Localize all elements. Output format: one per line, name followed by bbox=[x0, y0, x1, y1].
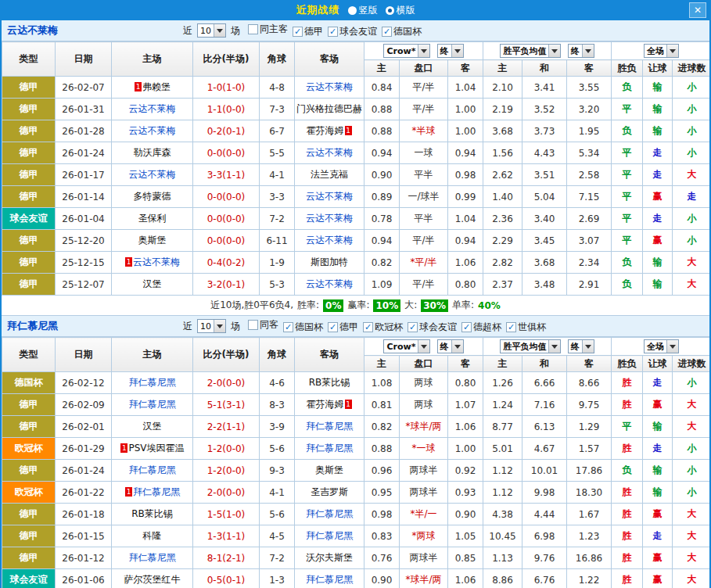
checkbox-box[interactable]: ✓ bbox=[382, 27, 392, 37]
layout-radio-horizontal[interactable]: 横版 bbox=[386, 4, 415, 17]
team-link[interactable]: 拜仁慕尼黑 bbox=[129, 399, 176, 410]
team-link[interactable]: 拜仁慕尼黑 bbox=[306, 443, 353, 454]
bookmaker-select[interactable]: Crow* bbox=[383, 339, 430, 353]
filter-checkbox[interactable]: ✓德国杯 bbox=[382, 25, 422, 38]
team-link[interactable]: 拜仁慕尼黑 bbox=[129, 377, 176, 388]
away-team-cell[interactable]: 圣吉罗斯 bbox=[295, 482, 364, 504]
team-link[interactable]: 弗赖堡 bbox=[142, 81, 171, 92]
away-team-cell[interactable]: 拜仁慕尼黑 bbox=[295, 569, 364, 588]
filter-checkbox[interactable]: 同客 bbox=[248, 318, 278, 332]
team-link[interactable]: 奥斯堡 bbox=[315, 464, 343, 475]
team-link[interactable]: 门兴格拉德巴赫 bbox=[296, 103, 362, 114]
match-count-select[interactable]: 10 bbox=[197, 319, 226, 333]
team-link[interactable]: 法兰克福 bbox=[311, 169, 348, 180]
final-odds-select[interactable]: 终 bbox=[437, 339, 464, 353]
home-team-cell[interactable]: 1PSV埃因霍温 bbox=[112, 438, 193, 460]
fulltime-select[interactable]: 全场 bbox=[644, 44, 679, 58]
team-link[interactable]: 圣保利 bbox=[138, 213, 167, 224]
home-team-cell[interactable]: 云达不莱梅 bbox=[112, 164, 193, 186]
team-link[interactable]: 斯图加特 bbox=[311, 256, 348, 267]
layout-radio-vertical[interactable]: 竖版 bbox=[348, 4, 378, 17]
away-team-cell[interactable]: 斯图加特 bbox=[295, 252, 364, 274]
home-team-cell[interactable]: 拜仁慕尼黑 bbox=[112, 394, 193, 416]
team-link[interactable]: 沃尔夫斯堡 bbox=[306, 552, 353, 563]
team-link[interactable]: 云达不莱梅 bbox=[306, 147, 353, 158]
team-link[interactable]: 拜仁慕尼黑 bbox=[129, 552, 176, 563]
team-link[interactable]: 汉堡 bbox=[143, 421, 162, 432]
team-link[interactable]: 拜仁慕尼黑 bbox=[306, 530, 353, 541]
team-link[interactable]: 拜仁慕尼黑 bbox=[306, 421, 353, 432]
team-link[interactable]: 科隆 bbox=[143, 530, 162, 541]
away-team-cell[interactable]: 云达不莱梅 bbox=[295, 142, 364, 164]
home-team-cell[interactable]: 拜仁慕尼黑 bbox=[112, 460, 193, 482]
away-team-cell[interactable]: 沃尔夫斯堡 bbox=[295, 547, 364, 569]
away-team-cell[interactable]: 法兰克福 bbox=[295, 164, 364, 186]
away-team-cell[interactable]: 门兴格拉德巴赫 bbox=[295, 99, 364, 120]
team-link[interactable]: PSV埃因霍温 bbox=[128, 443, 184, 454]
away-team-cell[interactable]: 云达不莱梅 bbox=[295, 208, 364, 230]
home-team-cell[interactable]: 汉堡 bbox=[112, 416, 193, 438]
filter-checkbox[interactable]: ✓德甲 bbox=[293, 25, 323, 38]
team-link[interactable]: RB莱比锡 bbox=[131, 508, 173, 519]
home-team-cell[interactable]: 萨尔茨堡红牛 bbox=[112, 569, 193, 588]
bookmaker-select[interactable]: Crow* bbox=[383, 44, 430, 58]
checkbox-box[interactable]: ✓ bbox=[506, 322, 516, 332]
away-team-cell[interactable]: 拜仁慕尼黑 bbox=[295, 438, 364, 460]
final-odds-select[interactable]: 终 bbox=[437, 44, 464, 58]
team-link[interactable]: 云达不莱梅 bbox=[129, 103, 176, 114]
filter-checkbox[interactable]: ✓世俱杯 bbox=[506, 321, 546, 334]
final-avg-select[interactable]: 终 bbox=[568, 339, 594, 353]
away-team-cell[interactable]: 云达不莱梅 bbox=[295, 186, 364, 208]
away-team-cell[interactable]: 拜仁慕尼黑 bbox=[295, 416, 364, 438]
home-team-cell[interactable]: RB莱比锡 bbox=[112, 504, 193, 525]
team-link[interactable]: 拜仁慕尼黑 bbox=[129, 464, 176, 475]
team-link[interactable]: 勒沃库森 bbox=[134, 147, 171, 158]
team-link[interactable]: 霍芬海姆 bbox=[307, 399, 344, 410]
match-count-select[interactable]: 10 bbox=[197, 23, 226, 38]
team-link[interactable]: 奥斯堡 bbox=[138, 235, 167, 246]
checkbox-box[interactable]: ✓ bbox=[408, 322, 418, 332]
team-link[interactable]: 拜仁慕尼黑 bbox=[306, 574, 353, 585]
checkbox-box[interactable]: ✓ bbox=[328, 27, 338, 37]
home-team-cell[interactable]: 汉堡 bbox=[112, 274, 193, 296]
checkbox-box[interactable]: ✓ bbox=[363, 322, 373, 332]
checkbox-box[interactable]: ✓ bbox=[283, 322, 293, 332]
home-team-cell[interactable]: 云达不莱梅 bbox=[112, 99, 193, 120]
fulltime-select[interactable]: 全场 bbox=[644, 339, 679, 353]
checkbox-box[interactable]: ✓ bbox=[328, 322, 338, 332]
away-team-cell[interactable]: RB莱比锡 bbox=[295, 372, 364, 394]
team-link[interactable]: 云达不莱梅 bbox=[306, 278, 353, 289]
home-team-cell[interactable]: 1云达不莱梅 bbox=[112, 252, 193, 274]
away-team-cell[interactable]: 霍芬海姆1 bbox=[295, 394, 364, 416]
filter-checkbox[interactable]: ✓德国杯 bbox=[283, 321, 323, 334]
team-link[interactable]: 云达不莱梅 bbox=[306, 191, 353, 202]
team-link[interactable]: 多特蒙德 bbox=[134, 191, 171, 202]
filter-checkbox[interactable]: ✓球会友谊 bbox=[408, 321, 457, 334]
home-team-cell[interactable]: 多特蒙德 bbox=[112, 186, 193, 208]
away-team-cell[interactable]: 霍芬海姆1 bbox=[295, 120, 364, 142]
checkbox-box[interactable] bbox=[248, 24, 258, 34]
team-link[interactable]: 云达不莱梅 bbox=[306, 81, 353, 92]
filter-checkbox[interactable]: ✓德甲 bbox=[328, 321, 358, 334]
checkbox-box[interactable]: ✓ bbox=[461, 322, 472, 332]
home-team-cell[interactable]: 拜仁慕尼黑 bbox=[112, 372, 193, 394]
team-link[interactable]: 萨尔茨堡红牛 bbox=[124, 574, 181, 585]
team-link[interactable]: 拜仁慕尼黑 bbox=[306, 508, 353, 519]
team-link[interactable]: 汉堡 bbox=[143, 278, 162, 289]
final-avg-select[interactable]: 终 bbox=[568, 44, 594, 58]
away-team-cell[interactable]: 云达不莱梅 bbox=[295, 230, 364, 252]
team-link[interactable]: 云达不莱梅 bbox=[133, 256, 180, 267]
team-link[interactable]: 拜仁慕尼黑 bbox=[133, 486, 180, 497]
checkbox-box[interactable] bbox=[248, 320, 258, 330]
team-link[interactable]: 霍芬海姆 bbox=[307, 125, 344, 136]
away-team-cell[interactable]: 拜仁慕尼黑 bbox=[295, 504, 364, 525]
team-link[interactable]: 云达不莱梅 bbox=[306, 235, 353, 246]
avg-odds-select[interactable]: 胜平负均值 bbox=[500, 339, 561, 353]
close-button[interactable]: ✕ bbox=[689, 2, 706, 18]
home-team-cell[interactable]: 1拜仁慕尼黑 bbox=[112, 482, 193, 504]
filter-checkbox[interactable]: ✓德超杯 bbox=[461, 321, 501, 334]
team-link[interactable]: 云达不莱梅 bbox=[306, 213, 353, 224]
home-team-cell[interactable]: 勒沃库森 bbox=[112, 142, 193, 164]
home-team-cell[interactable]: 1弗赖堡 bbox=[112, 77, 193, 99]
team-link[interactable]: 云达不莱梅 bbox=[129, 125, 176, 136]
